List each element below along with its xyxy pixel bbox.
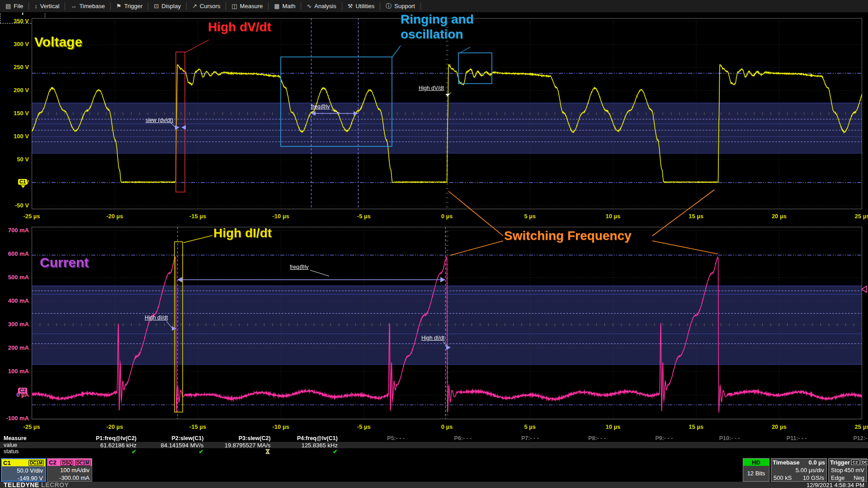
current-grid-canvas[interactable] bbox=[32, 227, 862, 419]
time-tick-label: 15 µs bbox=[678, 423, 714, 430]
param-name: P11:- - - bbox=[744, 435, 807, 441]
time-tick-label: -20 µs bbox=[97, 423, 133, 430]
voltage-tick-label: 50 V bbox=[1, 156, 29, 163]
measure-param-8[interactable]: P8:- - - bbox=[542, 435, 606, 455]
time-tick-label: 0 µs bbox=[429, 423, 465, 430]
menu-item-trigger[interactable]: ⚑Trigger bbox=[111, 0, 148, 12]
param-name: P7:- - - bbox=[476, 435, 539, 441]
param-name: P2:slew(C1) bbox=[140, 435, 203, 441]
ringing-line1: Ringing and bbox=[401, 12, 474, 27]
hd-bits: 12 Bits bbox=[743, 466, 769, 478]
trigger-flag-icon: ⚑ bbox=[116, 3, 122, 9]
param-name: P4:freq@lv(C1) bbox=[274, 435, 338, 441]
param-name: P12:- - - bbox=[811, 435, 868, 441]
time-tick-label: -15 µs bbox=[179, 213, 216, 220]
menu-item-file[interactable]: ▤File bbox=[0, 0, 28, 12]
menu-item-cursors[interactable]: ↗Cursors bbox=[187, 0, 226, 12]
horizontal-arrows-icon: ↔ bbox=[71, 3, 76, 9]
menu-item-label: Vertical bbox=[40, 3, 60, 9]
measure-param-9[interactable]: P9:- - - bbox=[609, 435, 673, 455]
voltage-tick-label: -50 V bbox=[1, 202, 29, 209]
menu-item-support[interactable]: ⓘSupport bbox=[380, 0, 420, 12]
c1-label: C1 bbox=[3, 460, 11, 466]
menu-item-label: Cursors bbox=[200, 3, 221, 9]
param-value: 84.141594 MV/s bbox=[140, 442, 203, 449]
measure-param-2[interactable]: P2:slew(C1)84.141594 MV/s✔ bbox=[140, 435, 203, 455]
measure-param-4[interactable]: P4:freq@lv(C1)125.8365 kHz✔ bbox=[274, 435, 338, 455]
menu-item-math[interactable]: ▦Math bbox=[269, 0, 301, 12]
switching-frequency-annotation: Switching Frequency bbox=[504, 229, 632, 243]
menu-item-display[interactable]: ⊡Display bbox=[148, 0, 186, 12]
time-tick-label: -25 µs bbox=[14, 213, 50, 220]
time-tick-label: -25 µs bbox=[14, 423, 50, 430]
time-tick-label: 15 µs bbox=[678, 213, 714, 220]
slew-callout: slew (dv/dt) bbox=[146, 117, 173, 123]
c2-dsq-badge: DSQ bbox=[61, 460, 73, 466]
menu-item-vertical[interactable]: ↕Vertical bbox=[29, 0, 65, 12]
c1-descriptor-box[interactable]: C1 DC1M 50.0 V/div -149.90 V bbox=[1, 458, 46, 482]
menu-item-measure[interactable]: ◫Measure bbox=[226, 0, 268, 12]
measure-param-5[interactable]: P5:- - - bbox=[341, 435, 405, 455]
current-tick-label: 300 mA bbox=[1, 321, 29, 328]
time-tick-label: 5 µs bbox=[512, 213, 548, 220]
hd-mode-box[interactable]: HD 12 Bits bbox=[743, 458, 769, 482]
chart-icon: ∿ bbox=[307, 3, 311, 9]
menu-bar: ▤File↕Vertical↔Timebase⚑Trigger⊡Display↗… bbox=[0, 0, 868, 13]
menu-item-label: Measure bbox=[240, 3, 263, 9]
time-tick-label: 10 µs bbox=[595, 423, 631, 430]
trigger-box[interactable]: Trigger C2 DC Stop 450 mV Edge Neg bbox=[828, 458, 867, 482]
time-tick-label: 0 µs bbox=[429, 213, 465, 220]
current-tick-label: 100 mA bbox=[1, 368, 29, 375]
high-didt-annotation: High dI/dt bbox=[213, 226, 272, 240]
timebase-box[interactable]: Timebase 0.0 µs 5.00 µs/div 500 kS 10 GS… bbox=[771, 458, 827, 482]
c2-zero-marker[interactable]: C2 bbox=[18, 388, 27, 394]
brand-lecroy: LECROY bbox=[41, 481, 69, 488]
measure-param-1[interactable]: P1:freq@lv(C2)61.62186 kHz✔ bbox=[73, 435, 137, 455]
menu-item-analysis[interactable]: ∿Analysis bbox=[301, 0, 341, 12]
trigger-mode: Stop bbox=[831, 466, 843, 474]
status-row-label: status bbox=[4, 448, 19, 455]
measure-param-11[interactable]: P11:- - - bbox=[744, 435, 807, 455]
calculator-icon: ▦ bbox=[274, 3, 279, 9]
menu-item-label: Display bbox=[161, 3, 181, 9]
time-tick-label: -15 µs bbox=[179, 423, 216, 430]
monitor-icon: ⊡ bbox=[154, 3, 159, 9]
high-dvdt-callout: High dV/dt bbox=[419, 85, 444, 91]
param-status: ✔ bbox=[140, 448, 203, 455]
trigger-level-marker[interactable] bbox=[862, 286, 867, 292]
value-row-label: value bbox=[4, 442, 17, 448]
param-status: ⋈ bbox=[208, 448, 271, 455]
measure-param-7[interactable]: P7:- - - bbox=[476, 435, 539, 455]
measure-table: Measure value status P1:freq@lv(C2)61.62… bbox=[0, 435, 868, 455]
trigger-slope: Neg bbox=[854, 474, 864, 482]
c1-zero-marker-arrow bbox=[21, 185, 25, 188]
menu-item-timebase[interactable]: ↔Timebase bbox=[65, 0, 110, 12]
high-dvdt-annotation: High dV/dt bbox=[208, 20, 271, 34]
measure-param-6[interactable]: P6:- - - bbox=[409, 435, 472, 455]
time-tick-label: 20 µs bbox=[761, 423, 797, 430]
brand-logo: TELEDYNE LECROY bbox=[4, 481, 69, 488]
status-ok-icon: ✔ bbox=[198, 448, 203, 455]
voltage-tick-label: 350 V bbox=[1, 18, 29, 24]
current-tick-label: 600 mA bbox=[1, 250, 29, 257]
oscilloscope-screen: ▤File↕Vertical↔Timebase⚑Trigger⊡Display↗… bbox=[0, 0, 868, 488]
voltage-tick-label: 200 V bbox=[1, 87, 29, 94]
current-tick-label: 400 mA bbox=[1, 297, 29, 304]
current-tick-label: 200 mA bbox=[1, 344, 29, 351]
info-icon: ⓘ bbox=[386, 2, 392, 10]
measure-param-3[interactable]: P3:slew(C2)19.8795527 MA/s⋈ bbox=[208, 435, 271, 455]
current-tick-label: 700 mA bbox=[1, 227, 29, 234]
measure-param-12[interactable]: P12:- - - bbox=[811, 435, 868, 455]
menu-item-utilities[interactable]: ⚒Utilities bbox=[342, 0, 380, 12]
param-name: P10:- - - bbox=[677, 435, 740, 441]
status-pending-icon: ⋈ bbox=[264, 449, 271, 455]
measure-row-label: Measure bbox=[4, 435, 27, 441]
high-didt-callout-2: High dI/dt bbox=[421, 335, 444, 341]
timebase-delay: 0.0 µs bbox=[809, 459, 825, 466]
measure-param-10[interactable]: P10:- - - bbox=[677, 435, 740, 455]
c2-descriptor-box[interactable]: C2 DSQ DC1M 100 mA/div -300.00 mA bbox=[47, 458, 92, 482]
c1-zero-marker[interactable]: C1 bbox=[18, 179, 27, 185]
voltage-grid-canvas[interactable] bbox=[32, 18, 862, 209]
time-tick-label: -20 µs bbox=[97, 213, 133, 220]
hd-badge: HD bbox=[743, 459, 769, 466]
